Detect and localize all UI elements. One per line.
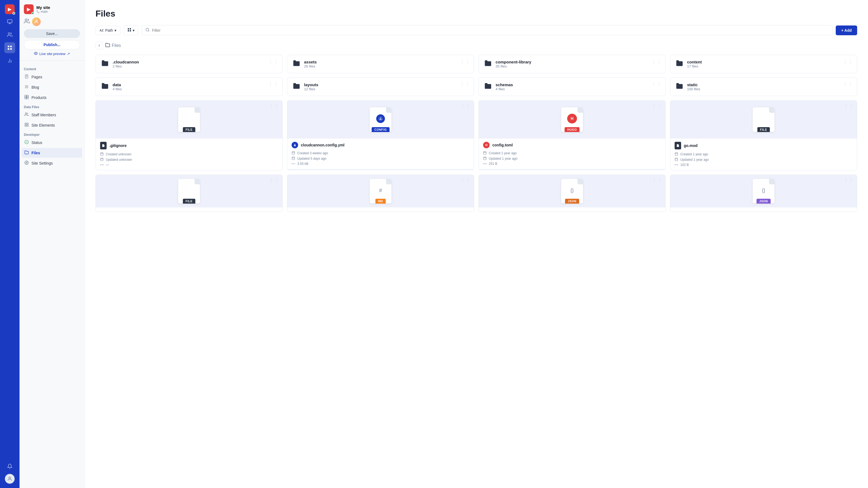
file-go-mod[interactable]: ⋮⋮ FILE go.mod xyxy=(670,100,857,170)
monitor-nav-icon[interactable] xyxy=(4,16,15,27)
hash-symbol: # xyxy=(379,187,382,194)
file-type-badge: JSON xyxy=(565,199,579,204)
products-icon xyxy=(24,95,29,100)
sidebar-item-site-elements[interactable]: Site Elements xyxy=(22,120,82,130)
svg-rect-35 xyxy=(128,28,129,30)
file-preview: ⋮⋮ H HUGO xyxy=(479,101,665,138)
file-menu-icon[interactable]: ⋮⋮ xyxy=(269,103,280,109)
sort-chevron-icon: ▾ xyxy=(115,28,116,33)
folder-menu-icon[interactable]: ⋮⋮ xyxy=(651,81,662,87)
file-gitignore[interactable]: ⋮⋮ FILE .gitignore xyxy=(95,100,283,170)
file-menu-icon[interactable]: ⋮⋮ xyxy=(269,177,280,184)
file-config-toml[interactable]: ⋮⋮ H HUGO H config.toml Cr xyxy=(478,100,665,170)
folder-count: 2 files xyxy=(113,64,277,68)
folder-menu-icon[interactable]: ⋮⋮ xyxy=(268,58,279,64)
sidebar-item-pages-label: Pages xyxy=(31,75,42,79)
sidebar-item-products-label: Products xyxy=(31,95,46,100)
filter-input-wrap[interactable] xyxy=(141,25,833,35)
file-row2-2[interactable]: ⋮⋮ # MD xyxy=(287,174,474,212)
sidebar-item-status[interactable]: Status xyxy=(22,138,82,148)
sidebar-item-elements-label: Site Elements xyxy=(31,123,55,127)
size-icon xyxy=(483,162,487,166)
add-button[interactable]: + Add xyxy=(836,26,857,35)
file-menu-icon[interactable]: ⋮⋮ xyxy=(460,177,471,184)
folder-menu-icon[interactable]: ⋮⋮ xyxy=(460,58,471,64)
folder-count: 17 files xyxy=(687,64,851,68)
svg-point-12 xyxy=(38,12,39,13)
file-menu-icon[interactable]: ⋮⋮ xyxy=(652,103,663,109)
chart-nav-icon[interactable] xyxy=(4,55,15,66)
folder-icon xyxy=(101,82,109,91)
svg-rect-80 xyxy=(675,158,678,161)
svg-rect-29 xyxy=(25,123,26,124)
created-icon xyxy=(675,152,678,156)
file-row2-3[interactable]: ⋮⋮ {} JSON xyxy=(478,174,665,212)
folder-data[interactable]: data 4 files ⋮⋮ xyxy=(95,77,283,96)
user-avatar-sidebar[interactable] xyxy=(32,18,41,26)
file-created: Created 3 weeks ago xyxy=(291,151,469,155)
bell-icon[interactable] xyxy=(4,461,15,472)
main-content: Files AZ Path ▾ ▾ + Add xyxy=(85,0,868,488)
updated-icon xyxy=(100,158,104,162)
file-menu-icon[interactable]: ⋮⋮ xyxy=(843,103,854,109)
folder-assets[interactable]: assets 26 files ⋮⋮ xyxy=(287,55,474,73)
file-updated: Updated 1 year ago xyxy=(675,158,852,162)
curly-symbol: {} xyxy=(762,188,765,193)
sidebar-item-blog[interactable]: Blog xyxy=(22,83,82,92)
svg-rect-41 xyxy=(101,153,103,155)
sidebar-item-settings-label: Site Settings xyxy=(31,161,53,165)
svg-rect-5 xyxy=(10,46,12,47)
folder-icon xyxy=(676,82,683,91)
sidebar-item-site-settings[interactable]: Site Settings xyxy=(22,158,82,168)
folder-component-library[interactable]: component-library 35 files ⋮⋮ xyxy=(478,55,665,73)
svg-point-13 xyxy=(37,10,38,11)
folder-schemas[interactable]: schemas 4 files ⋮⋮ xyxy=(478,77,665,96)
folder-static[interactable]: static 100 files ⋮⋮ xyxy=(670,77,857,96)
svg-rect-26 xyxy=(25,97,26,99)
file-cloudcannon-config[interactable]: ⋮⋮ CONFIG cloudcannon.config.yml xyxy=(287,100,474,170)
folder-name: layouts xyxy=(304,83,468,87)
sidebar-item-files[interactable]: Files xyxy=(22,148,82,158)
folder-layouts[interactable]: layouts 12 files ⋮⋮ xyxy=(287,77,474,96)
folder-cloudcannon[interactable]: .cloudcannon 2 files ⋮⋮ xyxy=(95,55,283,73)
folder-count: 4 files xyxy=(113,87,277,91)
file-menu-icon[interactable]: ⋮⋮ xyxy=(652,177,663,184)
sidebar-item-products[interactable]: Products xyxy=(22,93,82,102)
user-avatar-iconbar[interactable] xyxy=(5,474,14,484)
app-logo[interactable]: ▶ xyxy=(5,4,14,14)
folder-content[interactable]: content 17 files ⋮⋮ xyxy=(670,55,857,73)
folder-icon xyxy=(293,59,300,69)
folder-menu-icon[interactable]: ⋮⋮ xyxy=(268,81,279,87)
sidebar-nav: Content Pages Blog Products Data Files S… xyxy=(20,61,84,488)
cloudcannon-logo xyxy=(376,115,385,123)
file-name: config.toml xyxy=(492,143,513,147)
folder-menu-icon[interactable]: ⋮⋮ xyxy=(843,81,854,87)
save-button[interactable]: Save... xyxy=(24,29,80,38)
svg-point-53 xyxy=(294,144,296,145)
file-type-badge: FILE xyxy=(183,199,195,204)
publish-button[interactable]: Publish... xyxy=(24,40,80,50)
file-row2-1[interactable]: ⋮⋮ FILE xyxy=(95,174,283,212)
file-menu-icon[interactable]: ⋮⋮ xyxy=(460,103,471,109)
live-preview-link[interactable]: Live site preview ↗ xyxy=(24,52,80,56)
file-preview: ⋮⋮ CONFIG xyxy=(287,101,474,138)
sort-button[interactable]: AZ Path ▾ xyxy=(95,26,120,35)
site-logo: ▶ xyxy=(24,4,34,14)
folder-name: content xyxy=(687,60,851,64)
people-nav-icon[interactable] xyxy=(4,29,15,40)
folder-count: 26 files xyxy=(304,64,468,68)
file-menu-icon[interactable]: ⋮⋮ xyxy=(843,177,854,184)
folder-menu-icon[interactable]: ⋮⋮ xyxy=(460,81,471,87)
breadcrumb-back-button[interactable] xyxy=(95,42,103,50)
grid-nav-icon[interactable] xyxy=(4,42,15,53)
file-row2-4[interactable]: ⋮⋮ {} JSON xyxy=(670,174,857,212)
sidebar-item-pages[interactable]: Pages xyxy=(22,72,82,82)
updated-icon xyxy=(483,156,487,161)
sidebar-item-staff-members[interactable]: Staff Members xyxy=(22,110,82,120)
folder-menu-icon[interactable]: ⋮⋮ xyxy=(651,58,662,64)
view-toggle-button[interactable]: ▾ xyxy=(124,25,138,35)
folder-menu-icon[interactable]: ⋮⋮ xyxy=(843,58,854,64)
filter-input[interactable] xyxy=(152,28,828,33)
file-type-icon xyxy=(100,142,106,150)
svg-rect-76 xyxy=(675,153,678,155)
